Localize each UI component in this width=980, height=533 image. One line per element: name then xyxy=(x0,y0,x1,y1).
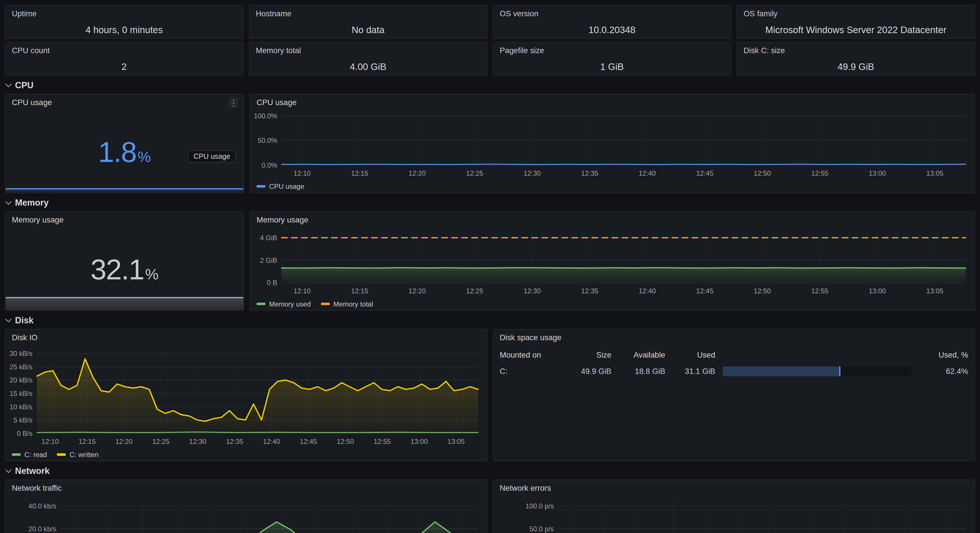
legend-swatch-icon xyxy=(256,302,265,305)
svg-text:12:25: 12:25 xyxy=(466,287,483,295)
section-title: CPU xyxy=(15,80,34,90)
cell-available: 18.8 GiB xyxy=(611,367,665,376)
svg-text:12:55: 12:55 xyxy=(811,287,828,295)
cpu-row: CPU usage ⋮ 1.8 % CPU usage CPU usage 0.… xyxy=(5,94,975,193)
panel-title[interactable]: Disk space usage xyxy=(500,333,562,342)
disk-io-chart[interactable]: 0 B/s5 kB/s10 kB/s15 kB/s20 kB/s25 kB/s3… xyxy=(6,346,487,450)
section-row-network[interactable]: Network xyxy=(6,465,975,476)
section-row-disk[interactable]: Disk xyxy=(6,314,975,326)
value-number: 1.8 xyxy=(98,135,136,168)
svg-text:20 kB/s: 20 kB/s xyxy=(10,376,33,384)
cell-mounted-on: C: xyxy=(500,367,563,376)
panel-title[interactable]: Disk C: size xyxy=(744,46,785,55)
panel-hostname: Hostname No data xyxy=(249,5,487,39)
panel-pagefile-size: Pagefile size 1 GiB xyxy=(493,42,731,76)
section-title: Disk xyxy=(15,315,34,325)
panel-title[interactable]: Memory usage xyxy=(256,216,308,225)
legend-item[interactable]: C: read xyxy=(12,451,47,458)
panel-header: Disk space usage xyxy=(493,330,974,346)
chart-legend: C: readC: written xyxy=(6,450,487,461)
legend-item[interactable]: CPU usage xyxy=(256,182,304,190)
memory-usage-chart[interactable]: 0 B2 GiB4 GiB12:1012:1512:2012:2512:3012… xyxy=(250,228,975,299)
svg-text:0 B: 0 B xyxy=(267,279,277,287)
svg-text:12:30: 12:30 xyxy=(523,287,541,295)
chevron-down-icon xyxy=(5,81,12,87)
column-header-used[interactable]: Used xyxy=(665,351,715,360)
panel-title[interactable]: CPU usage xyxy=(256,98,296,107)
panel-title[interactable]: Network traffic xyxy=(12,484,62,493)
panel-header: Network traffic xyxy=(6,480,487,497)
panel-title[interactable]: Disk IO xyxy=(12,333,38,342)
panel-title[interactable]: CPU count xyxy=(12,46,50,55)
memory-row: Memory usage 32.1 % Memory usage 0 B2 Gi… xyxy=(5,211,975,311)
stat-value: No data xyxy=(250,24,487,38)
legend-swatch-icon xyxy=(12,453,21,455)
chevron-down-icon xyxy=(5,198,12,205)
panel-memory-usage-chart: Memory usage 0 B2 GiB4 GiB12:1012:1512:2… xyxy=(250,211,975,311)
stat-value: 4.00 GiB xyxy=(250,62,487,75)
svg-text:12:10: 12:10 xyxy=(41,438,59,445)
panel-title[interactable]: Hostname xyxy=(256,10,291,18)
svg-text:10 kB/s: 10 kB/s xyxy=(10,403,33,411)
column-header-available[interactable]: Available xyxy=(611,351,665,360)
stat-value: 1 GiB xyxy=(493,62,730,75)
svg-text:50.0 p/s: 50.0 p/s xyxy=(529,525,554,533)
panel-title[interactable]: Memory usage xyxy=(12,216,64,225)
panel-title[interactable]: Uptime xyxy=(12,10,37,18)
stat-value: Microsoft Windows Server 2022 Datacenter xyxy=(737,24,974,38)
legend-swatch-icon xyxy=(57,453,66,455)
panel-header: CPU usage xyxy=(250,95,975,111)
panel-title[interactable]: OS version xyxy=(500,10,538,18)
legend-item[interactable]: Memory used xyxy=(256,300,311,307)
panel-title[interactable]: Memory total xyxy=(256,46,301,55)
panel-title[interactable]: OS family xyxy=(744,10,778,18)
column-header-size[interactable]: Size xyxy=(563,351,611,360)
network-row: Network traffic 20.0 kb/s40.0 kb/s12:101… xyxy=(5,479,975,533)
chart-svg: 0 B/s5 kB/s10 kB/s15 kB/s20 kB/s25 kB/s3… xyxy=(6,346,487,450)
legend-item[interactable]: C: written xyxy=(57,451,99,458)
svg-text:12:45: 12:45 xyxy=(300,438,317,445)
panel-title[interactable]: CPU usage xyxy=(12,98,52,107)
svg-text:12:25: 12:25 xyxy=(153,438,170,445)
panel-os-version: OS version 10.0.20348 xyxy=(493,5,731,39)
network-errors-chart[interactable]: 50.0 p/s100.0 p/s12:1012:1512:2012:2512:… xyxy=(493,497,974,533)
network-traffic-chart[interactable]: 20.0 kb/s40.0 kb/s12:1012:1512:2012:2512… xyxy=(6,497,487,533)
svg-text:12:40: 12:40 xyxy=(639,287,656,295)
legend-item[interactable]: Memory total xyxy=(321,300,373,307)
cell-used: 31.1 GiB xyxy=(665,367,715,376)
svg-text:12:35: 12:35 xyxy=(581,287,598,295)
kebab-menu-icon[interactable]: ⋮ xyxy=(228,97,239,108)
panel-title[interactable]: Network errors xyxy=(500,484,551,493)
svg-text:2 GiB: 2 GiB xyxy=(260,257,277,264)
svg-text:13:05: 13:05 xyxy=(926,170,943,177)
series-name-badge: CPU usage xyxy=(188,150,236,163)
section-title: Network xyxy=(15,466,50,476)
chart-legend: CPU usage xyxy=(250,181,975,192)
table-header-row: Mounted on Size Available Used Used, % xyxy=(500,347,968,363)
cell-size: 49.9 GiB xyxy=(563,367,611,376)
legend-label: C: read xyxy=(24,451,47,458)
section-row-memory[interactable]: Memory xyxy=(6,197,975,208)
svg-text:12:50: 12:50 xyxy=(754,287,771,295)
svg-text:0 B/s: 0 B/s xyxy=(17,430,33,437)
column-header-used-pct[interactable]: Used, % xyxy=(916,351,968,360)
panel-disk-space-usage: Disk space usage Mounted on Size Availab… xyxy=(493,329,975,461)
panel-title[interactable]: Pagefile size xyxy=(500,46,544,55)
panel-uptime: Uptime 4 hours, 0 minutes xyxy=(5,5,243,39)
used-gauge-fill xyxy=(723,366,840,376)
panel-header: CPU usage ⋮ xyxy=(6,95,243,111)
svg-text:12:55: 12:55 xyxy=(374,438,391,445)
section-row-cpu[interactable]: CPU xyxy=(6,79,975,90)
svg-text:12:40: 12:40 xyxy=(263,438,280,445)
panel-network-errors: Network errors 50.0 p/s100.0 p/s12:1012:… xyxy=(493,479,975,533)
stats-grid: Uptime 4 hours, 0 minutes Hostname No da… xyxy=(5,5,975,76)
chart-svg: 50.0 p/s100.0 p/s12:1012:1512:2012:2512:… xyxy=(493,497,975,533)
cpu-usage-chart[interactable]: 0.0%50.0%100.0%12:1012:1512:2012:2512:30… xyxy=(250,111,975,181)
svg-text:12:45: 12:45 xyxy=(696,170,713,177)
svg-text:13:00: 13:00 xyxy=(410,438,428,445)
stat-value: 10.0.20348 xyxy=(493,24,730,38)
panel-os-family: OS family Microsoft Windows Server 2022 … xyxy=(737,5,975,39)
column-header-mounted-on[interactable]: Mounted on xyxy=(500,351,563,360)
svg-text:12:30: 12:30 xyxy=(523,170,541,177)
legend-label: Memory used xyxy=(269,300,311,307)
